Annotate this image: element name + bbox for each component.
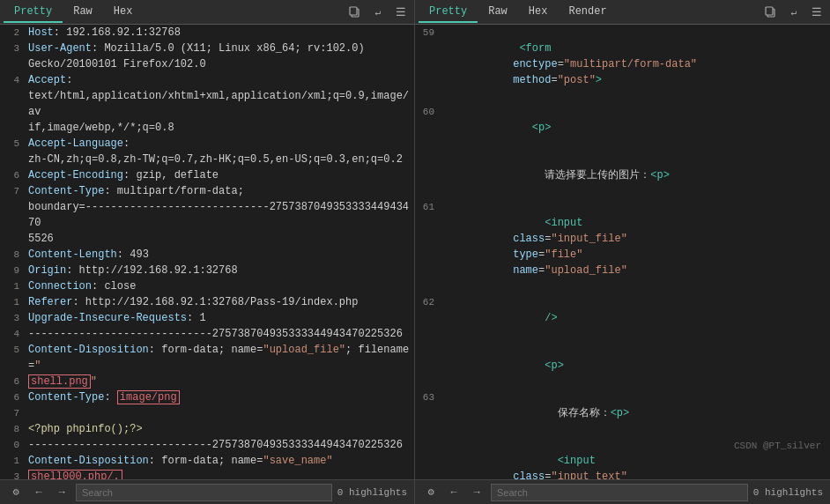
code-line: 3 shell000.php/. <box>0 469 414 479</box>
code-line: 6 Content-Type: image/png <box>0 389 414 405</box>
right-tab-pretty[interactable]: Pretty <box>419 2 478 23</box>
code-line: <p> <box>415 342 830 389</box>
image-png-highlight: image/png <box>117 390 180 404</box>
right-back-icon[interactable]: ← <box>445 484 463 501</box>
left-tab-bar: Pretty Raw Hex ↵ ☰ <box>0 0 414 25</box>
code-line: 1 Referer: http://192.168.92.1:32768/Pas… <box>0 294 414 310</box>
right-newline-icon[interactable]: ↵ <box>784 3 804 22</box>
code-line: 6 Accept-Encoding: gzip, deflate <box>0 167 414 183</box>
code-line: 59 <form enctype="multipart/form-data" m… <box>415 25 830 104</box>
code-line: boundary=-----------------------------27… <box>0 199 414 231</box>
left-menu-icon[interactable]: ☰ <box>391 3 411 22</box>
code-line: 请选择要上传的图片：<p> <box>415 152 830 199</box>
left-newline-icon[interactable]: ↵ <box>368 3 388 22</box>
code-line: 5 Accept-Language: <box>0 136 414 152</box>
code-line: 3 Upgrade-Insecure-Requests: 1 <box>0 310 414 326</box>
code-line: if,image/webp,*/*;q=0.8 <box>0 120 414 136</box>
shell-php-highlight: shell000.php/. <box>28 470 122 479</box>
right-settings-icon[interactable]: ⚙ <box>422 484 440 501</box>
right-bottom-bar: ⚙ ← → 0 highlights <box>415 479 830 504</box>
code-line: Gecko/20100101 Firefox/102.0 <box>0 56 414 72</box>
svg-rect-3 <box>766 7 773 15</box>
code-line: 63 保存名称：<p> <box>415 389 830 437</box>
right-copy-icon[interactable] <box>761 3 781 22</box>
bottom-bars: ⚙ ← → 0 highlights ⚙ ← → 0 highlights <box>0 479 830 504</box>
right-tab-bar: Pretty Raw Hex Render ↵ ☰ <box>415 0 830 25</box>
right-tab-render[interactable]: Render <box>558 2 617 23</box>
left-tab-pretty[interactable]: Pretty <box>4 2 63 23</box>
code-line: 1 Content-Disposition: form-data; name="… <box>0 453 414 469</box>
left-tab-raw[interactable]: Raw <box>63 2 103 23</box>
code-line: 0 -----------------------------275738704… <box>0 437 414 453</box>
code-line: 4 Accept: <box>0 72 414 88</box>
left-back-icon[interactable]: ← <box>30 484 48 501</box>
left-bottom-bar: ⚙ ← → 0 highlights <box>0 479 415 504</box>
left-forward-icon[interactable]: → <box>53 484 70 501</box>
code-line: 62 /> <box>415 294 830 342</box>
right-tab-hex[interactable]: Hex <box>518 2 559 23</box>
code-line: 61 <input class="input_file" type="file"… <box>415 199 830 294</box>
content-type-label: Content-Type <box>28 185 104 197</box>
code-line: 3 User-Agent: Mozilla/5.0 (X11; Linux x8… <box>0 41 414 56</box>
code-line: zh-CN,zh;q=0.8,zh-TW;q=0.7,zh-HK;q=0.5,e… <box>0 152 414 167</box>
code-line: 5526 <box>0 231 414 247</box>
left-copy-icon[interactable] <box>345 3 365 22</box>
code-line: 7 <box>0 405 414 421</box>
svg-rect-1 <box>350 7 357 15</box>
code-line: 9 Origin: http://192.168.92.1:32768 <box>0 263 414 278</box>
right-tab-raw[interactable]: Raw <box>478 2 518 23</box>
code-line: 6 shell.png" <box>0 374 414 389</box>
content-type-line: 7 Content-Type: multipart/form-data; <box>0 183 414 199</box>
left-settings-icon[interactable]: ⚙ <box>7 484 25 501</box>
code-line: 4 -----------------------------275738704… <box>0 326 414 342</box>
left-tab-hex[interactable]: Hex <box>103 2 144 23</box>
code-line: 8 <?php phpinfo();?> <box>0 421 414 437</box>
code-line: <input class="input_text" type="text" na… <box>415 437 830 479</box>
left-highlights-badge: 0 highlights <box>337 487 407 498</box>
left-search-input[interactable] <box>76 484 332 501</box>
shell-png-highlight: shell.png <box>28 374 91 389</box>
right-code-area: 59 <form enctype="multipart/form-data" m… <box>415 25 830 479</box>
code-line: 8 Content-Length: 493 <box>0 247 414 263</box>
code-line: text/html,application/xhtml+xml,applicat… <box>0 88 414 120</box>
code-line: 5 Content-Disposition: form-data; name="… <box>0 342 414 374</box>
right-menu-icon[interactable]: ☰ <box>807 3 826 22</box>
right-forward-icon[interactable]: → <box>468 484 485 501</box>
right-search-input[interactable] <box>491 484 748 501</box>
code-line: 2 Host: 192.168.92.1:32768 <box>0 25 414 41</box>
code-line: 1 Connection: close <box>0 278 414 294</box>
right-highlights-badge: 0 highlights <box>753 487 823 498</box>
code-line: 60 <p> <box>415 104 830 152</box>
left-code-area: 2 Host: 192.168.92.1:32768 3 User-Agent:… <box>0 25 414 479</box>
